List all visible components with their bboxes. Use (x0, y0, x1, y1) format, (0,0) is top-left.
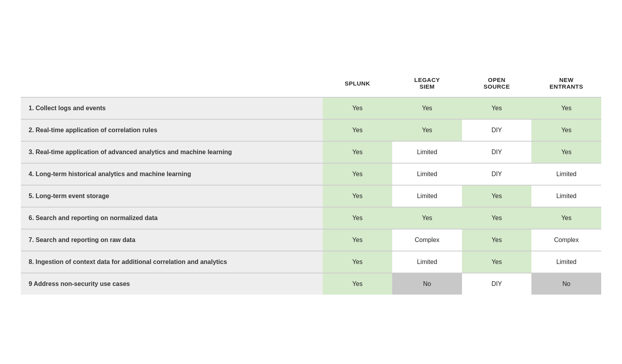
legacy-siem-column-header: LEGACYSIEM (392, 69, 462, 97)
splunk-value: Yes (323, 141, 393, 163)
splunk-value: Yes (323, 119, 393, 141)
open-source-value: Yes (462, 97, 532, 119)
splunk-value: Yes (323, 163, 393, 185)
table-row: 5. Long-term event storageYesLimitedYesL… (21, 185, 601, 207)
table-row: 7. Search and reporting on raw dataYesCo… (21, 229, 601, 251)
open-source-value: Yes (462, 251, 532, 273)
legacy-siem-value: No (392, 273, 462, 295)
splunk-column-header: SPLUNK (323, 69, 393, 97)
splunk-value: Yes (323, 229, 393, 251)
feature-cell: 4. Long-term historical analytics and ma… (21, 163, 323, 185)
open-source-value: DIY (462, 141, 532, 163)
new-entrants-value: Yes (531, 119, 601, 141)
legacy-siem-value: Limited (392, 141, 462, 163)
table-row: 2. Real-time application of correlation … (21, 119, 601, 141)
feature-cell: 6. Search and reporting on normalized da… (21, 207, 323, 229)
legacy-siem-value: Yes (392, 97, 462, 119)
open-source-value: DIY (462, 273, 532, 295)
new-entrants-value: Yes (531, 141, 601, 163)
legacy-siem-value: Limited (392, 251, 462, 273)
legacy-siem-value: Complex (392, 229, 462, 251)
open-source-value: Yes (462, 207, 532, 229)
open-source-value: Yes (462, 185, 532, 207)
new-entrants-value: No (531, 273, 601, 295)
feature-column-header (21, 69, 323, 97)
open-source-value: DIY (462, 163, 532, 185)
legacy-siem-value: Limited (392, 163, 462, 185)
feature-cell: 7. Search and reporting on raw data (21, 229, 323, 251)
new-entrants-value: Limited (531, 185, 601, 207)
splunk-value: Yes (323, 273, 393, 295)
open-source-value: Yes (462, 229, 532, 251)
new-entrants-value: Yes (531, 97, 601, 119)
feature-cell: 9 Address non-security use cases (21, 273, 323, 295)
comparison-table-wrapper: SPLUNK LEGACYSIEM OPENSOURCE NEWENTRANTS… (21, 69, 601, 295)
new-entrants-value: Complex (531, 229, 601, 251)
feature-cell: 3. Real-time application of advanced ana… (21, 141, 323, 163)
open-source-column-header: OPENSOURCE (462, 69, 532, 97)
comparison-table: SPLUNK LEGACYSIEM OPENSOURCE NEWENTRANTS… (21, 69, 601, 295)
feature-cell: 1. Collect logs and events (21, 97, 323, 119)
feature-cell: 5. Long-term event storage (21, 185, 323, 207)
table-row: 9 Address non-security use casesYesNoDIY… (21, 273, 601, 295)
new-entrants-column-header: NEWENTRANTS (531, 69, 601, 97)
table-row: 4. Long-term historical analytics and ma… (21, 163, 601, 185)
splunk-value: Yes (323, 207, 393, 229)
legacy-siem-value: Limited (392, 185, 462, 207)
feature-cell: 8. Ingestion of context data for additio… (21, 251, 323, 273)
open-source-value: DIY (462, 119, 532, 141)
table-row: 6. Search and reporting on normalized da… (21, 207, 601, 229)
feature-cell: 2. Real-time application of correlation … (21, 119, 323, 141)
splunk-value: Yes (323, 251, 393, 273)
new-entrants-value: Yes (531, 207, 601, 229)
header-row: SPLUNK LEGACYSIEM OPENSOURCE NEWENTRANTS (21, 69, 601, 97)
table-row: 1. Collect logs and eventsYesYesYesYes (21, 97, 601, 119)
table-row: 3. Real-time application of advanced ana… (21, 141, 601, 163)
splunk-value: Yes (323, 185, 393, 207)
new-entrants-value: Limited (531, 251, 601, 273)
table-row: 8. Ingestion of context data for additio… (21, 251, 601, 273)
legacy-siem-value: Yes (392, 119, 462, 141)
splunk-value: Yes (323, 97, 393, 119)
new-entrants-value: Limited (531, 163, 601, 185)
legacy-siem-value: Yes (392, 207, 462, 229)
